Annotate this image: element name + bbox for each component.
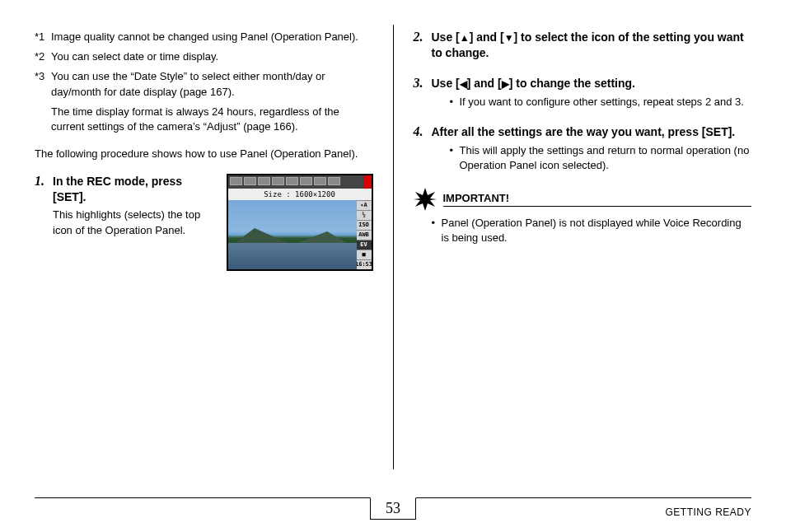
step-number: 1.: [35, 174, 53, 271]
camera-screenshot: Size : 1600×1200 ✦A ½ ISO AWB EV ■: [227, 174, 373, 271]
step-bullet: • This will apply the settings and retur…: [450, 143, 752, 173]
camera-icon: ISO: [357, 220, 372, 230]
up-arrow-icon: ▲: [460, 31, 470, 44]
footnote-marker: *1: [35, 30, 51, 44]
step-number: 4.: [414, 124, 432, 176]
down-arrow-icon: ▼: [504, 31, 514, 44]
bullet-icon: •: [432, 216, 442, 245]
footnote-text: Image quality cannot be changed using Pa…: [51, 30, 373, 44]
step-2: 2. Use [▲] and [▼] to select the icon of…: [414, 30, 752, 64]
important-heading: IMPORTANT!: [414, 188, 752, 211]
step-title: Use [▲] and [▼] to select the icon of th…: [432, 30, 752, 61]
step-number: 3.: [414, 76, 432, 113]
page-footer: 53 GETTING READY: [35, 497, 751, 522]
footnote-subtext: The time display format is always 24 hou…: [51, 105, 373, 134]
camera-size-label: Size : 1600×1200: [228, 189, 372, 200]
footer-section-label: GETTING READY: [665, 506, 751, 518]
camera-icon: AWB: [357, 230, 372, 240]
footnote-1: *1 Image quality cannot be changed using…: [35, 30, 373, 44]
step-4: 4. After all the settings are the way yo…: [414, 124, 752, 176]
step-title: In the REC mode, press [SET].: [53, 174, 217, 205]
camera-icon: EV: [357, 240, 372, 250]
footnote-marker: *2: [35, 49, 51, 64]
starburst-icon: [414, 188, 437, 211]
camera-icon: ✦A: [357, 200, 372, 210]
left-arrow-icon: ◀: [460, 77, 467, 91]
step-description: This highlights (selects) the top icon o…: [53, 208, 217, 237]
page-number: 53: [370, 497, 416, 520]
right-arrow-icon: ▶: [502, 77, 509, 91]
step-number: 2.: [414, 30, 432, 64]
camera-side-icons: ✦A ½ ISO AWB EV ■ 16:53: [357, 200, 372, 269]
important-label: IMPORTANT!: [443, 192, 752, 207]
step-title: Use [◀] and [▶] to change the setting.: [432, 76, 752, 91]
footnote-marker: *3: [35, 69, 51, 99]
footnote-3: *3 You can use the “Date Style” to selec…: [35, 69, 373, 99]
footnote-text: You can select date or time display.: [51, 49, 373, 64]
footnote-text: You can use the “Date Style” to select e…: [51, 69, 373, 99]
camera-photo-preview: [228, 200, 357, 269]
camera-icon: 16:53: [357, 259, 372, 269]
camera-icon: ■: [357, 250, 372, 259]
bullet-icon: •: [450, 143, 460, 173]
intro-paragraph: The following procedure shows how to use…: [35, 146, 373, 162]
step-1: 1. In the REC mode, press [SET]. This hi…: [35, 174, 373, 271]
important-bullet: • Panel (Operation Panel) is not display…: [432, 216, 752, 245]
step-bullet: • If you want to configure other setting…: [450, 95, 752, 110]
footnote-2: *2 You can select date or time display.: [35, 49, 373, 64]
svg-marker-0: [414, 188, 437, 211]
camera-icon: ½: [357, 210, 372, 220]
step-3: 3. Use [◀] and [▶] to change the setting…: [414, 76, 752, 113]
step-title: After all the settings are the way you w…: [432, 124, 752, 140]
bullet-icon: •: [450, 95, 460, 110]
